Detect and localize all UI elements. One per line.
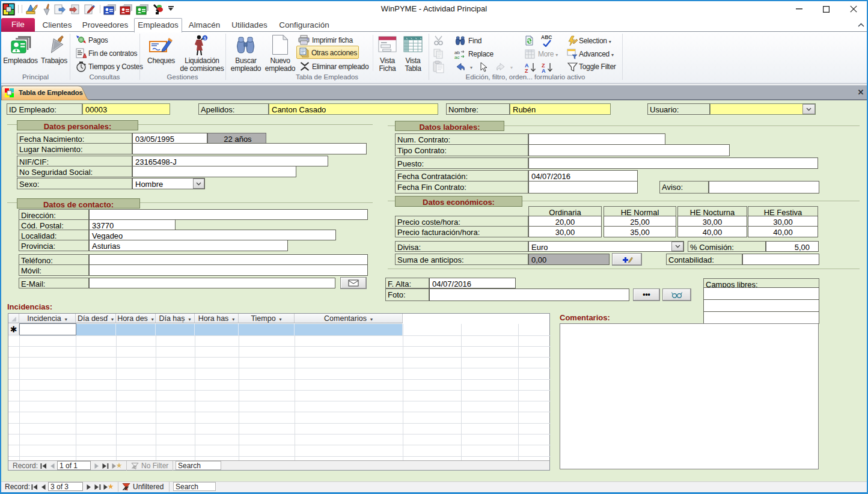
svg-text:A: A bbox=[542, 68, 546, 73]
svg-text:Z: Z bbox=[525, 68, 528, 73]
svg-text:ABC: ABC bbox=[541, 34, 552, 40]
svg-text:Z: Z bbox=[542, 63, 545, 69]
svg-text:ac: ac bbox=[454, 55, 459, 59]
svg-text:$: $ bbox=[204, 36, 206, 40]
svg-text:A: A bbox=[525, 63, 529, 69]
